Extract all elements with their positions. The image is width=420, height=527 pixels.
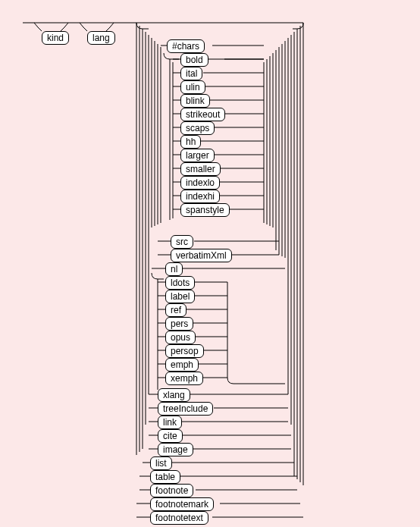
node-xlang: xlang: [158, 388, 190, 402]
node-verbatimxml: verbatimXml: [171, 249, 232, 262]
node-ulin: ulin: [180, 80, 205, 94]
node-lang: lang: [87, 31, 115, 45]
node-emph: emph: [165, 358, 199, 372]
node-link: link: [158, 416, 182, 429]
node-nl: nl: [165, 262, 183, 276]
node-footnotemark: footnotemark: [150, 497, 214, 511]
node-ref: ref: [165, 303, 186, 317]
node-src: src: [171, 235, 193, 249]
node-footnote: footnote: [150, 484, 193, 497]
node-image: image: [158, 443, 193, 456]
node-larger: larger: [180, 149, 215, 162]
node-xemph: xemph: [165, 372, 203, 385]
node-pers: pers: [165, 317, 193, 331]
node-indexhi: indexhi: [180, 190, 220, 203]
node-footnotetext: footnotetext: [150, 511, 208, 525]
node-indexlo: indexlo: [180, 176, 220, 190]
node-treeinclude: treeInclude: [158, 402, 213, 416]
node-persop: persop: [165, 344, 204, 358]
node-bold: bold: [180, 53, 208, 67]
node-ldots: ldots: [165, 276, 195, 290]
node-table: table: [150, 470, 180, 484]
node-chars: #chars: [167, 39, 205, 53]
node-list: list: [150, 456, 172, 470]
node-label: label: [165, 290, 195, 303]
node-smaller: smaller: [180, 162, 221, 176]
node-scaps: scaps: [180, 121, 215, 135]
node-blink: blink: [180, 94, 210, 108]
node-hh: hh: [180, 135, 201, 149]
node-ital: ital: [180, 67, 202, 80]
node-spanstyle: spanstyle: [180, 203, 230, 217]
node-kind: kind: [42, 31, 69, 45]
node-opus: opus: [165, 331, 196, 344]
node-strikeout: strikeout: [180, 108, 225, 121]
node-cite: cite: [158, 429, 183, 443]
